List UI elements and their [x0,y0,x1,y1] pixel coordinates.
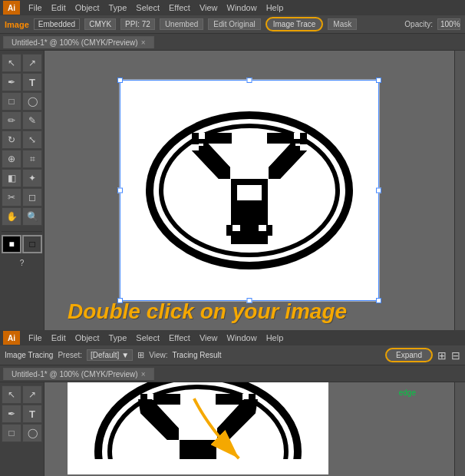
byu-logo-bottom [91,382,305,459]
tracing-icon1[interactable]: ⊞ [137,350,144,360]
blend-tool[interactable]: ⊕ [2,150,21,168]
mask-button[interactable]: Mask [328,18,357,30]
bottom-app-logo: Ai [3,331,20,345]
scissors-tool[interactable]: ✂ [2,188,21,207]
stroke-tool[interactable]: □ [22,235,42,253]
handle-top-left[interactable] [117,78,123,83]
vertical-scrollbar-top[interactable] [454,51,465,330]
handle-mid-right[interactable] [376,188,381,193]
menu-help[interactable]: Help [262,2,288,13]
handle-top-center[interactable] [247,78,252,83]
image-tracing-bar: Image Tracing Preset: [Default] ▼ ⊞ View… [0,345,465,365]
embedded-tag: Embedded [34,18,80,30]
svg-rect-17 [180,440,216,459]
bottom-menu-help[interactable]: Help [262,332,288,343]
preset-value: [Default] [91,351,119,359]
top-app-logo: Ai [3,1,20,15]
bottom-tab-close-icon[interactable]: × [141,370,146,378]
pencil-tool[interactable]: ✎ [22,111,42,130]
cmyk-tag: CMYK [84,18,116,30]
type-tool[interactable]: T [22,73,42,91]
bottom-select-tool[interactable]: ↖ [2,385,21,404]
rotate-tool[interactable]: ↻ [2,131,21,149]
scale-tool[interactable]: ⤡ [22,131,42,149]
bottom-menu-object[interactable]: Object [71,332,104,343]
bottom-canvas-main: edge [45,382,454,476]
bottom-pen-tool[interactable]: ✒ [2,405,21,423]
context-image-label: Image [5,20,29,29]
gradient-tool[interactable]: ◧ [2,169,21,187]
grid-icon[interactable]: ⊞ [437,349,447,362]
bottom-menu-view[interactable]: View [196,332,222,343]
pen-tool[interactable]: ✒ [2,73,21,91]
bottom-rectangle-tool[interactable]: □ [2,424,21,442]
image-trace-button[interactable]: Image Trace [265,17,324,31]
document-tab[interactable]: Untitled-1* @ 100% (CMYK/Preview) × [3,36,154,48]
vertical-scrollbar-bottom[interactable] [454,382,465,476]
tab-close-icon[interactable]: × [141,38,146,47]
expand-button[interactable]: Expand [385,348,433,362]
rectangle-tool[interactable]: □ [2,92,21,111]
top-left-toolbar: ↖ ↗ ✒ T □ ◯ ✏ ✎ ↻ ⤡ [0,51,45,330]
panels-icon[interactable]: ⊟ [451,349,460,362]
menu-object[interactable]: Object [71,2,104,13]
canvas-document [119,79,380,302]
handle-bottom-right[interactable] [376,298,381,303]
svg-rect-3 [267,133,307,144]
top-tab-bar: Untitled-1* @ 100% (CMYK/Preview) × [0,34,465,51]
question-mark-tool[interactable]: ? [3,259,41,267]
menu-effect[interactable]: Effect [165,2,194,13]
bottom-type-tool[interactable]: T [22,405,42,423]
svg-rect-2 [192,133,232,144]
preset-label: Preset: [58,351,82,359]
bottom-document-tab[interactable]: Untitled-1* @ 100% (CMYK/Preview) × [3,368,154,380]
svg-rect-5 [294,133,300,139]
instruction-overlay-text: Double click on your image [68,299,347,324]
bottom-menu-edit[interactable]: Edit [48,332,70,343]
unembed-button[interactable]: Unembed [160,18,203,30]
byu-logo-image [142,106,357,275]
bottom-direct-select-tool[interactable]: ↗ [22,385,42,404]
menu-type[interactable]: Type [105,2,131,13]
bottom-section: Ai File Edit Object Type Select Effect V… [0,330,465,476]
direct-select-tool[interactable]: ↗ [22,54,42,72]
mesh-tool[interactable]: ⌗ [22,150,42,168]
bottom-menu-window[interactable]: Window [223,332,261,343]
menu-edit[interactable]: Edit [48,2,70,13]
edit-original-button[interactable]: Edit Original [208,18,260,30]
menu-select[interactable]: Select [132,2,163,13]
handle-top-right[interactable] [376,78,381,83]
bottom-tab-bar: Untitled-1* @ 100% (CMYK/Preview) × [0,365,465,382]
zoom-tool[interactable]: 🔍 [22,207,42,226]
eraser-tool[interactable]: ◻ [22,188,42,207]
top-section: Ai File Edit Object Type Select Effect V… [0,0,465,330]
bottom-menu-effect[interactable]: Effect [165,332,194,343]
svg-rect-15 [147,394,153,400]
select-tool[interactable]: ↖ [2,54,21,72]
tracing-label: Image Tracing [5,351,53,359]
tab-title: Untitled-1* @ 100% (CMYK/Preview) [12,38,138,47]
bottom-menu-select[interactable]: Select [132,332,163,343]
bottom-canvas-area: ↖ ↗ ✒ T □ ◯ [0,382,465,476]
brush-tool[interactable]: ✏ [2,111,21,130]
bottom-menu-file[interactable]: File [25,332,46,343]
bottom-tab-title: Untitled-1* @ 100% (CMYK/Preview) [12,370,138,378]
bottom-ellipse-tool[interactable]: ◯ [22,424,42,442]
fill-tool[interactable]: ■ [2,235,21,253]
top-canvas-main: Double click on your image [45,51,454,330]
menu-file[interactable]: File [25,2,46,13]
bottom-menu-bar: Ai File Edit Object Type Select Effect V… [0,330,465,345]
svg-rect-10 [259,225,266,231]
menu-view[interactable]: View [196,2,222,13]
preset-dropdown[interactable]: [Default] ▼ [87,349,133,361]
hand-tool[interactable]: ✋ [2,207,21,226]
bottom-left-toolbar: ↖ ↗ ✒ T □ ◯ [0,382,45,476]
bottom-canvas-document [68,382,328,474]
preset-chevron-icon: ▼ [121,351,129,359]
eyedropper-tool[interactable]: ✦ [22,169,42,187]
menu-window[interactable]: Window [223,2,261,13]
handle-mid-left[interactable] [117,188,123,193]
ellipse-tool[interactable]: ◯ [22,92,42,111]
opacity-value[interactable]: 100% [437,18,460,30]
bottom-menu-type[interactable]: Type [105,332,131,343]
